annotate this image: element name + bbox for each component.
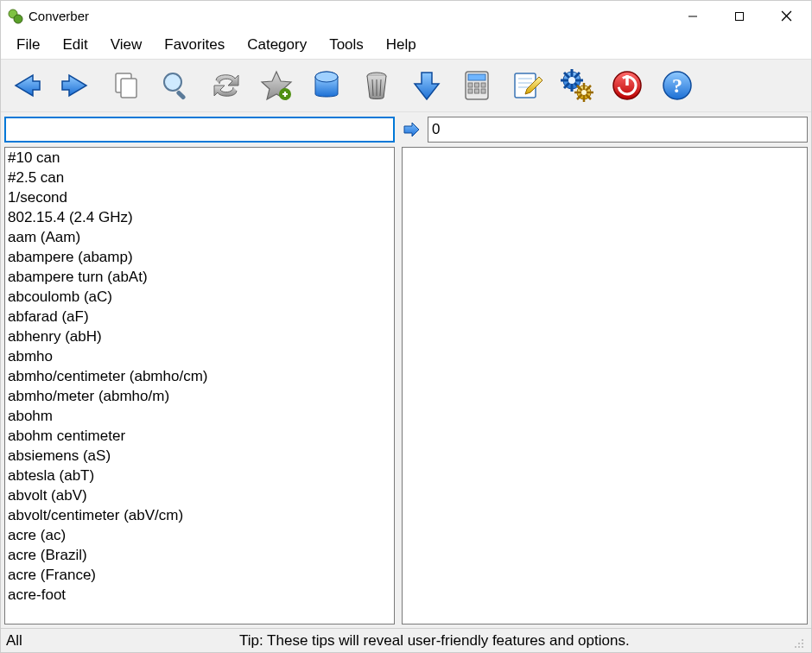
svg-point-7 xyxy=(798,643,800,644)
search-button[interactable] xyxy=(156,66,196,105)
from-unit-item[interactable]: abampere (abamp) xyxy=(7,247,392,267)
main-area: #10 can#2.5 can1/second802.15.4 (2.4 GHz… xyxy=(1,147,811,628)
app-icon xyxy=(7,8,24,25)
search-icon xyxy=(159,68,193,103)
svg-point-10 xyxy=(798,646,800,648)
status-tip: Tip: These tips will reveal user-friendl… xyxy=(239,632,790,650)
resize-grip[interactable] xyxy=(790,635,806,650)
trash-button[interactable] xyxy=(357,66,396,105)
menu-category[interactable]: Category xyxy=(237,33,317,57)
close-button[interactable] xyxy=(763,1,809,31)
statusbar: All Tip: These tips will reveal user-fri… xyxy=(1,628,811,652)
from-unit-item[interactable]: acre (France) xyxy=(7,565,392,585)
help-icon xyxy=(660,68,695,103)
menu-view[interactable]: View xyxy=(100,33,153,57)
from-unit-item[interactable]: abampere turn (abAt) xyxy=(7,267,392,287)
download-icon xyxy=(409,68,444,103)
settings-button[interactable] xyxy=(557,66,597,105)
favorite-add-button[interactable] xyxy=(257,66,296,105)
svg-point-9 xyxy=(795,646,796,648)
svg-point-1 xyxy=(14,15,22,23)
svg-point-8 xyxy=(802,643,803,644)
from-unit-item[interactable]: abohm xyxy=(7,406,392,426)
from-unit-item[interactable]: acre (ac) xyxy=(7,525,392,545)
from-unit-item[interactable]: abcoulomb (aC) xyxy=(7,287,392,307)
from-unit-item[interactable]: abohm centimeter xyxy=(7,426,392,446)
svg-point-11 xyxy=(802,646,803,648)
convert-arrow-icon xyxy=(400,118,422,141)
svg-rect-3 xyxy=(736,12,744,20)
copy-button[interactable] xyxy=(106,66,146,105)
maximize-button[interactable] xyxy=(716,1,763,31)
from-unit-item[interactable]: abhenry (abH) xyxy=(7,326,392,346)
from-unit-item[interactable]: abmho xyxy=(7,346,392,366)
from-unit-item[interactable]: #2.5 can xyxy=(7,168,392,187)
power-icon xyxy=(610,68,644,103)
minimize-button[interactable] xyxy=(669,1,716,31)
menu-favorites[interactable]: Favorites xyxy=(154,33,235,57)
svg-point-6 xyxy=(802,639,803,641)
swap-icon xyxy=(209,68,244,103)
copy-icon xyxy=(109,68,143,103)
to-units-listbox[interactable] xyxy=(402,147,808,624)
status-category: All xyxy=(6,632,239,650)
from-unit-item[interactable]: aam (Aam) xyxy=(7,227,392,247)
from-unit-item[interactable]: abvolt (abV) xyxy=(7,485,392,505)
calculator-button[interactable] xyxy=(457,66,497,105)
calculator-icon xyxy=(460,68,494,103)
to-value-output[interactable] xyxy=(428,117,808,143)
from-unit-item[interactable]: 802.15.4 (2.4 GHz) xyxy=(7,207,392,227)
from-unit-item[interactable]: abvolt/centimeter (abV/cm) xyxy=(7,505,392,525)
menu-help[interactable]: Help xyxy=(376,33,427,57)
titlebar: Converber xyxy=(1,1,811,31)
app-window: Converber FileEditViewFavoritesCategoryT… xyxy=(0,0,812,653)
back-button[interactable] xyxy=(6,66,46,105)
from-unit-item[interactable]: abfarad (aF) xyxy=(7,307,392,326)
download-button[interactable] xyxy=(407,66,447,105)
database-icon xyxy=(309,68,344,103)
help-button[interactable] xyxy=(657,66,697,105)
trash-icon xyxy=(359,68,394,103)
from-unit-item[interactable]: abtesla (abT) xyxy=(7,466,392,485)
toolbar xyxy=(1,59,811,112)
settings-icon xyxy=(560,68,594,103)
menu-edit[interactable]: Edit xyxy=(52,33,98,57)
menu-file[interactable]: File xyxy=(6,33,50,57)
from-value-input[interactable] xyxy=(4,117,395,143)
from-unit-item[interactable]: abmho/centimeter (abmho/cm) xyxy=(7,366,392,386)
forward-icon xyxy=(59,68,93,103)
favorite-add-icon xyxy=(259,68,294,103)
conversion-input-row xyxy=(1,112,811,147)
back-icon xyxy=(9,68,43,103)
edit-note-icon xyxy=(510,68,544,103)
from-unit-item[interactable]: 1/second xyxy=(7,187,392,207)
from-unit-item[interactable]: #10 can xyxy=(7,148,392,168)
from-unit-item[interactable]: acre (Brazil) xyxy=(7,545,392,565)
from-unit-item[interactable]: acre-foot xyxy=(7,585,392,605)
from-unit-item[interactable]: absiemens (aS) xyxy=(7,446,392,466)
from-units-listbox[interactable]: #10 can#2.5 can1/second802.15.4 (2.4 GHz… xyxy=(4,147,395,624)
power-button[interactable] xyxy=(607,66,647,105)
edit-note-button[interactable] xyxy=(507,66,547,105)
window-title: Converber xyxy=(29,9,89,23)
menu-tools[interactable]: Tools xyxy=(319,33,374,57)
from-unit-item[interactable]: abmho/meter (abmho/m) xyxy=(7,386,392,406)
menubar: FileEditViewFavoritesCategoryToolsHelp xyxy=(1,31,811,59)
forward-button[interactable] xyxy=(56,66,96,105)
database-button[interactable] xyxy=(307,66,346,105)
swap-button[interactable] xyxy=(206,66,246,105)
